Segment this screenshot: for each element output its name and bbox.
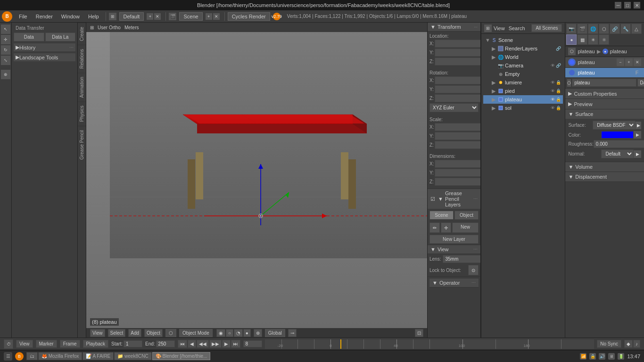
prop-texture-btn[interactable]: ▦ — [577, 34, 587, 45]
prop-render-btn[interactable]: 📷 — [566, 24, 577, 34]
blender-start-icon[interactable]: B — [15, 352, 24, 361]
tab-physics[interactable]: Physics — [78, 101, 86, 125]
prop-material-btn[interactable]: ● — [566, 34, 577, 45]
prop-modifiers-btn[interactable]: 🔧 — [620, 24, 631, 34]
lock-to-object-btn[interactable]: ⊙ — [468, 265, 479, 275]
scale-x-input[interactable] — [435, 123, 481, 131]
sync-mode-select[interactable]: No Sync — [597, 340, 621, 348]
next-frame-btn[interactable]: ▶ — [222, 340, 231, 348]
prop-scene-btn[interactable]: 🎬 — [577, 24, 587, 34]
displacement-header[interactable]: ▼ Displacement — [565, 172, 644, 181]
file-menu[interactable]: File — [15, 13, 31, 20]
mat-x-btn[interactable]: ✕ — [634, 58, 641, 66]
surface-type-arrow[interactable]: ▶ — [636, 122, 641, 129]
sol-eye-icon[interactable]: 👁 — [551, 106, 555, 110]
minimize-button[interactable]: ─ — [615, 2, 621, 8]
tool-icon-cursor[interactable]: ↖ — [1, 25, 10, 34]
rot-x-input[interactable] — [435, 76, 481, 84]
gp-new-btn[interactable]: New — [452, 222, 479, 233]
tab-grease-pencil[interactable]: Grease Pencil — [78, 126, 86, 164]
pied-lock-icon[interactable]: 🔒 — [556, 89, 561, 93]
lens-input[interactable] — [443, 255, 481, 263]
landscape-header[interactable]: ▶ Landscape Tools — [14, 53, 75, 61]
gp-cross-btn[interactable]: ✛ — [441, 222, 451, 233]
surface-type-select[interactable]: Diffuse BSDF — [593, 121, 636, 130]
audio-btn[interactable]: ♪ — [633, 340, 640, 348]
renderlayers-link-icon[interactable]: 🔗 — [556, 46, 561, 51]
prop-object-btn[interactable]: ⬡ — [599, 24, 609, 34]
timeline-ruler[interactable]: -20 0 40 100 180 — [265, 339, 594, 349]
tree-item-empty[interactable]: ▶ ⊕ Empty — [483, 70, 563, 78]
add-scene-btn[interactable]: + — [206, 13, 212, 20]
gp-checkbox[interactable]: ☑ — [430, 196, 435, 202]
frame-btn[interactable]: Frame — [60, 340, 80, 348]
end-input[interactable] — [156, 340, 175, 347]
camera-link-icon[interactable]: 🔗 — [556, 63, 561, 68]
mat-minus-btn[interactable]: − — [617, 58, 624, 66]
roughness-input[interactable] — [594, 140, 644, 148]
tool-icon-scale[interactable]: ⤡ — [1, 56, 10, 65]
tree-item-plateau[interactable]: ▶ plateau 👁 🔒 — [483, 95, 563, 104]
camera-eye-icon[interactable]: 👁 — [551, 63, 555, 68]
mat-item-f-btn[interactable]: F — [634, 69, 640, 76]
maximize-button[interactable]: □ — [624, 2, 631, 8]
view-timeline-btn[interactable]: View — [16, 340, 33, 348]
dim-y-input[interactable] — [435, 169, 481, 177]
next-keyframe-btn[interactable]: ⏭ — [231, 340, 240, 348]
data-btn[interactable]: Data — [14, 33, 44, 41]
playback-btn[interactable]: Playback — [83, 340, 109, 348]
scene-icon[interactable]: 🎬 — [169, 13, 176, 20]
normal-select[interactable]: Default — [601, 149, 634, 158]
custom-properties-header[interactable]: ▶ Custom Properties — [565, 89, 644, 99]
preview-header[interactable]: ▶ Preview — [565, 99, 644, 109]
object-icon[interactable]: ⬡ — [165, 329, 176, 337]
rotation-mode-select[interactable]: XYZ Euler — [429, 103, 479, 112]
color-arrow[interactable]: ▶ — [634, 131, 641, 139]
taskbar-firefox-btn[interactable]: 🦊 Mozilla Firefox — [38, 352, 82, 360]
sol-lock-icon[interactable]: 🔒 — [556, 106, 561, 110]
prop-data-btn[interactable]: △ — [631, 24, 642, 34]
taskbar-week8-btn[interactable]: 📁 week8CNC — [114, 352, 151, 360]
shading-render-btn[interactable]: ● — [243, 329, 251, 337]
select-menu-btn[interactable]: Select — [108, 329, 126, 337]
scale-y-input[interactable] — [435, 132, 481, 140]
outliner-search-btn[interactable]: Search — [509, 25, 525, 31]
all-scenes-label[interactable]: All Scenes — [531, 24, 562, 32]
start-input[interactable] — [124, 340, 142, 347]
data-la-btn[interactable]: Data La — [45, 33, 76, 41]
taskbar-afaire-btn[interactable]: 📝 A FAIRE — [83, 352, 114, 360]
tab-create[interactable]: Create — [78, 23, 86, 45]
prop-physics-btn[interactable]: ⚛ — [599, 34, 609, 45]
tool-icon-rotate[interactable]: ↻ — [1, 45, 10, 55]
outliner-view-btn[interactable]: View — [494, 25, 505, 31]
shading-wire-btn[interactable]: ○ — [226, 329, 233, 337]
rot-y-input[interactable] — [435, 85, 481, 93]
add-workspace-btn[interactable]: + — [147, 13, 153, 20]
rot-z-input[interactable] — [435, 94, 481, 102]
status-menu-btn[interactable]: ☰ — [4, 352, 12, 361]
plateau-lock-icon[interactable]: 🔒 — [556, 97, 561, 102]
tab-animation[interactable]: Animation — [78, 73, 86, 101]
plateau-eye-icon[interactable]: 👁 — [551, 97, 555, 102]
material-list-item[interactable]: plateau F — [565, 68, 644, 77]
play-reverse-btn[interactable]: ◀◀ — [197, 340, 209, 348]
prop-world-btn[interactable]: 🌐 — [588, 24, 598, 34]
pied-eye-icon[interactable]: 👁 — [551, 89, 555, 93]
keyframe-btn[interactable]: ◆ — [624, 340, 633, 348]
lumiere-lock-icon[interactable]: 🔒 — [556, 80, 561, 85]
gp-object-tab[interactable]: Object — [454, 211, 479, 220]
overlay-btn[interactable]: ⊡ — [415, 329, 423, 337]
prop-constraints-btn[interactable]: 🔗 — [610, 24, 620, 34]
timeline-icon[interactable]: ⏱ — [4, 339, 13, 349]
scale-z-input[interactable] — [435, 141, 481, 149]
color-swatch[interactable] — [601, 131, 634, 139]
close-button[interactable]: ✕ — [634, 2, 640, 8]
scene-selector[interactable]: Scene — [179, 12, 202, 21]
snap-toggle-btn[interactable]: ⊸ — [288, 329, 297, 337]
data-label-btn[interactable]: Data — [637, 79, 644, 87]
lumiere-eye-icon[interactable]: 👁 — [551, 80, 555, 85]
gp-new-layer-btn[interactable]: New Layer — [429, 235, 479, 244]
loc-z-input[interactable] — [435, 58, 481, 66]
mat-plus-btn[interactable]: + — [625, 58, 633, 66]
view-menu-btn[interactable]: View — [90, 329, 105, 337]
